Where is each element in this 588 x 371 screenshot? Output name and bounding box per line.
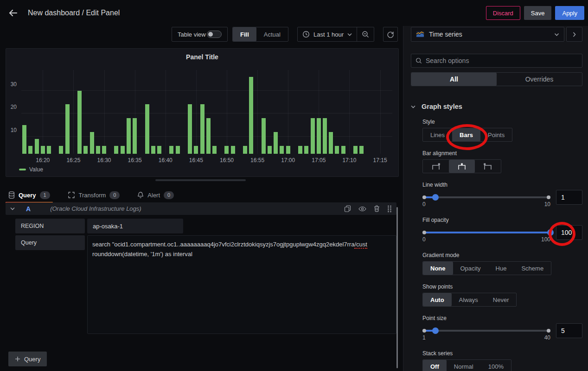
chart-bar[interactable] xyxy=(28,146,32,154)
chart-bar[interactable] xyxy=(133,118,137,154)
chart-bar[interactable] xyxy=(176,146,180,154)
chart-bar[interactable] xyxy=(114,146,118,154)
chart-bar[interactable] xyxy=(194,146,198,154)
query-ref-id[interactable]: A xyxy=(26,205,31,213)
chart-bar[interactable] xyxy=(359,146,364,154)
chart-bar[interactable] xyxy=(22,125,26,154)
slider-handle[interactable] xyxy=(432,194,439,201)
collapse-options-button[interactable] xyxy=(566,27,582,42)
chart-bar[interactable] xyxy=(224,146,229,154)
slider-track[interactable] xyxy=(422,196,550,198)
option-overrides[interactable]: Overrides xyxy=(497,73,582,86)
option-always[interactable]: Always xyxy=(452,293,486,306)
time-range-picker[interactable]: Last 1 hour xyxy=(298,27,357,41)
collapse-chevron-icon[interactable] xyxy=(10,207,15,210)
chart-bar[interactable] xyxy=(341,146,345,154)
slider-handle[interactable] xyxy=(547,229,554,236)
chart-bar[interactable] xyxy=(59,146,63,154)
chart-bar[interactable] xyxy=(83,146,88,154)
chart-bar[interactable] xyxy=(96,146,100,154)
point-size-slider[interactable]: 1 40 xyxy=(422,323,550,342)
tab-transform[interactable]: Transform 0 xyxy=(65,188,123,202)
visualization-select[interactable]: Time series xyxy=(411,27,564,42)
toggle-visibility-icon[interactable] xyxy=(358,206,366,212)
pane-resize-handle[interactable] xyxy=(155,179,246,181)
back-arrow-icon[interactable] xyxy=(7,7,19,19)
option-100-[interactable]: 100% xyxy=(481,360,511,371)
bar-align-center-button[interactable] xyxy=(449,160,475,173)
chart-bar[interactable] xyxy=(41,146,45,154)
chart-bar[interactable] xyxy=(200,104,205,154)
line-width-input[interactable]: 1 xyxy=(556,190,582,205)
chart-bar[interactable] xyxy=(121,146,125,154)
slider-track[interactable] xyxy=(422,232,550,233)
option-normal[interactable]: Normal xyxy=(447,360,481,371)
query-row-header[interactable]: A (Oracle Cloud Infrastructure Logs) xyxy=(6,202,396,215)
drag-handle-icon[interactable] xyxy=(387,205,392,213)
option-off[interactable]: Off xyxy=(423,360,447,371)
graph-styles-section-header[interactable]: Graph styles xyxy=(411,103,582,110)
apply-button[interactable]: Apply xyxy=(555,6,584,20)
chart-bar[interactable] xyxy=(329,132,333,154)
option-opacity[interactable]: Opacity xyxy=(453,262,488,275)
chart-bar[interactable] xyxy=(298,146,302,154)
option-auto[interactable]: Auto xyxy=(423,293,452,306)
options-search-input[interactable] xyxy=(426,57,578,64)
save-button[interactable]: Save xyxy=(524,6,552,20)
option-actual[interactable]: Actual xyxy=(256,27,288,41)
legend-item[interactable]: Value xyxy=(19,166,43,173)
chart-bar[interactable] xyxy=(127,118,131,154)
chart-bar[interactable] xyxy=(249,77,253,154)
chart-bar[interactable] xyxy=(47,146,51,154)
chart-bar[interactable] xyxy=(353,146,358,154)
option-fill[interactable]: Fill xyxy=(233,27,256,41)
query-text-input[interactable]: search "ocid1.compartment.oc1..aaaaaaaaq… xyxy=(87,235,396,334)
visualization-panel[interactable]: Panel Title 10203016:2016:2516:3016:3516… xyxy=(6,48,399,177)
option-lines[interactable]: Lines xyxy=(423,128,452,141)
chart-bar[interactable] xyxy=(188,104,192,154)
tab-alert[interactable]: Alert 0 xyxy=(134,188,177,202)
slider-handle[interactable] xyxy=(432,327,439,334)
add-query-button[interactable]: Query xyxy=(8,352,47,366)
chart-bar[interactable] xyxy=(335,146,339,154)
chart-bar[interactable] xyxy=(35,139,39,154)
option-none[interactable]: None xyxy=(423,262,453,275)
fill-opacity-input[interactable]: 100 xyxy=(556,225,582,240)
fill-opacity-slider[interactable]: 0 100 xyxy=(422,225,550,244)
option-scheme[interactable]: Scheme xyxy=(514,262,551,275)
duplicate-query-icon[interactable] xyxy=(344,205,351,212)
tab-query[interactable]: Query 1 xyxy=(6,188,53,202)
option-bars[interactable]: Bars xyxy=(452,128,480,141)
slider-track[interactable] xyxy=(422,330,550,332)
chart-bar[interactable] xyxy=(311,118,315,154)
option-points[interactable]: Points xyxy=(480,128,512,141)
chart-bar[interactable] xyxy=(212,146,217,154)
chart-bar[interactable] xyxy=(231,146,235,154)
chart-bar[interactable] xyxy=(102,146,106,154)
chart-bar[interactable] xyxy=(268,146,272,154)
line-width-slider[interactable]: 0 10 xyxy=(422,190,550,208)
chart-bar[interactable] xyxy=(243,146,247,154)
chart-bar[interactable] xyxy=(304,146,308,154)
chart-bar[interactable] xyxy=(317,118,321,154)
option-hue[interactable]: Hue xyxy=(488,262,514,275)
chart-bar[interactable] xyxy=(65,104,70,154)
left-pane-scrollbar[interactable] xyxy=(396,207,398,368)
chart-bar[interactable] xyxy=(77,91,82,154)
chart-bar[interactable] xyxy=(90,132,94,154)
chart-bar[interactable] xyxy=(151,146,155,154)
bar-align-after-button[interactable] xyxy=(475,160,501,173)
region-field-value[interactable]: ap-osaka-1 xyxy=(87,219,183,233)
chart-bar[interactable] xyxy=(157,146,161,154)
chart-bar[interactable] xyxy=(323,118,327,154)
refresh-button[interactable] xyxy=(383,27,398,42)
chart-bar[interactable] xyxy=(206,118,211,154)
delete-query-icon[interactable] xyxy=(374,205,380,212)
chart-bar[interactable] xyxy=(274,132,278,154)
zoom-out-button[interactable] xyxy=(357,27,374,41)
option-never[interactable]: Never xyxy=(486,293,517,306)
option-all[interactable]: All xyxy=(411,73,497,86)
point-size-input[interactable]: 5 xyxy=(556,323,582,338)
chart-bar[interactable] xyxy=(169,146,173,154)
chart-bar[interactable] xyxy=(280,146,284,154)
